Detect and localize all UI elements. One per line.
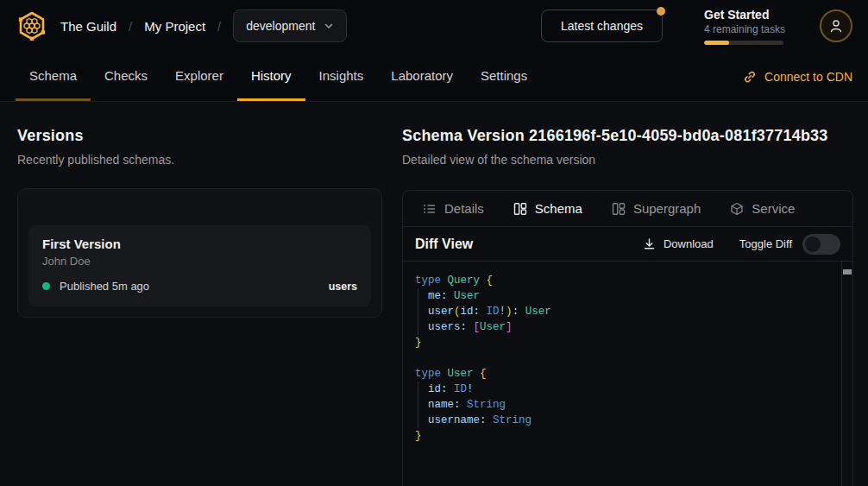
tab-supergraph[interactable]: Supergraph: [612, 201, 701, 216]
download-button[interactable]: Download: [643, 237, 714, 250]
tab-service-label: Service: [752, 201, 795, 216]
latest-changes-label: Latest changes: [561, 19, 643, 33]
person-icon: [828, 18, 844, 34]
version-author: John Doe: [42, 255, 357, 268]
tab-details-label: Details: [444, 201, 484, 216]
indent-guide: [418, 288, 418, 304]
indent-guide: [418, 382, 418, 397]
version-detail-panel: Schema Version 2166196f-5e10-4059-bd0a-0…: [402, 127, 853, 486]
diff-view-title: Diff View: [415, 237, 473, 252]
target-nav: Schema Checks Explorer History Insights …: [0, 52, 868, 102]
app-header: The Guild / My Project / development Lat…: [0, 0, 868, 52]
versions-panel: Versions Recently published schemas. Fir…: [17, 127, 382, 486]
get-started-progressbar: [704, 41, 783, 45]
tab-service[interactable]: Service: [730, 201, 795, 216]
cube-icon: [730, 202, 744, 216]
versions-subtitle: Recently published schemas.: [17, 153, 382, 167]
schema-code-viewer[interactable]: type Query { me: User user(id: ID!): Use…: [403, 262, 852, 486]
code-scrollbar[interactable]: [841, 262, 852, 486]
breadcrumb-separator: /: [217, 19, 221, 34]
get-started-title: Get Started: [704, 8, 783, 22]
published-status-dot: [42, 282, 50, 290]
version-name: First Version: [42, 237, 357, 251]
tab-supergraph-label: Supergraph: [633, 201, 701, 216]
code-line: }: [415, 335, 830, 350]
code-line: id: ID!: [415, 382, 830, 397]
tab-details[interactable]: Details: [423, 201, 484, 216]
version-status-text: Published 5m ago: [60, 280, 149, 293]
code-lines: type Query { me: User user(id: ID!): Use…: [415, 273, 830, 444]
download-icon: [643, 237, 656, 250]
tab-schema-label: Schema: [535, 201, 582, 216]
indent-guide: [418, 397, 418, 413]
version-service-badge: users: [329, 281, 357, 293]
code-line: type Query {: [415, 273, 830, 288]
code-line: type User {: [415, 366, 830, 382]
schema-detail-card: Details Schema Supergr: [402, 190, 853, 486]
version-status-row: Published 5m ago users: [42, 280, 357, 293]
nav-tab-explorer[interactable]: Explorer: [161, 52, 237, 101]
versions-title: Versions: [17, 127, 382, 145]
breadcrumb-separator: /: [129, 19, 132, 34]
download-label: Download: [664, 237, 714, 250]
breadcrumb-project[interactable]: My Project: [144, 19, 205, 34]
nav-tab-settings[interactable]: Settings: [467, 52, 541, 101]
toggle-diff-switch[interactable]: [802, 234, 840, 255]
indent-guide: [418, 319, 418, 335]
nav-tab-history[interactable]: History: [237, 52, 305, 101]
nav-tab-laboratory[interactable]: Laboratory: [377, 52, 467, 101]
indent-guide: [418, 304, 418, 319]
diff-toolbar: Diff View Download Toggle Diff: [403, 227, 852, 262]
code-line: users: [User]: [415, 319, 830, 335]
nav-tab-schema[interactable]: Schema: [16, 52, 91, 101]
tab-schema[interactable]: Schema: [513, 201, 582, 216]
code-line: name: String: [415, 397, 830, 413]
link-icon: [743, 70, 757, 84]
code-line: me: User: [415, 288, 830, 304]
code-line: [415, 350, 830, 366]
connect-to-cdn-label: Connect to CDN: [764, 70, 852, 84]
version-list-item[interactable]: First Version John Doe Published 5m ago …: [28, 225, 371, 306]
detail-tabs: Details Schema Supergr: [403, 191, 852, 227]
code-line: }: [415, 428, 830, 444]
columns-icon: [612, 202, 626, 216]
notification-dot: [657, 7, 665, 16]
nav-spacer: [541, 52, 743, 101]
get-started-progress-fill: [704, 41, 729, 45]
code-scrollbar-thumb[interactable]: [843, 269, 852, 275]
toggle-knob: [805, 237, 821, 252]
get-started-subtitle: 4 remaining tasks: [704, 23, 783, 35]
user-avatar[interactable]: [820, 9, 852, 42]
code-line: username: String: [415, 413, 830, 428]
schema-version-title: Schema Version 2166196f-5e10-4059-bd0a-0…: [402, 127, 853, 145]
connect-to-cdn-link[interactable]: Connect to CDN: [743, 52, 852, 101]
code-line: user(id: ID!): User: [415, 304, 830, 319]
latest-changes-button[interactable]: Latest changes: [541, 9, 663, 42]
get-started-widget[interactable]: Get Started 4 remaining tasks: [704, 8, 783, 45]
main-content: Versions Recently published schemas. Fir…: [0, 102, 868, 486]
target-selector-value: development: [246, 19, 315, 33]
toggle-diff-label: Toggle Diff: [739, 237, 792, 250]
target-selector-dropdown[interactable]: development: [233, 9, 347, 42]
indent-guide: [418, 413, 418, 428]
list-icon: [423, 202, 437, 216]
breadcrumb-org[interactable]: The Guild: [60, 19, 116, 34]
versions-list-card: First Version John Doe Published 5m ago …: [17, 188, 382, 318]
columns-icon: [513, 202, 527, 216]
hive-logo-icon[interactable]: [16, 9, 48, 42]
schema-version-subtitle: Detailed view of the schema version: [402, 153, 853, 167]
chevron-down-icon: [324, 21, 334, 31]
nav-tab-insights[interactable]: Insights: [305, 52, 378, 101]
nav-tab-checks[interactable]: Checks: [91, 52, 161, 101]
